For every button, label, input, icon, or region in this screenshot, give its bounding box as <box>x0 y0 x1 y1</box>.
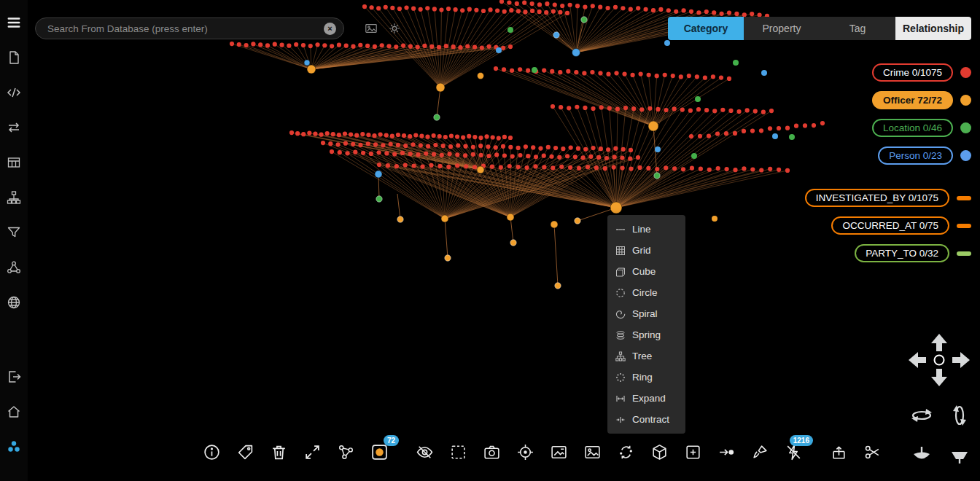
clear-search-icon[interactable]: × <box>324 23 336 35</box>
flash-off-button[interactable]: 1216 <box>783 442 804 462</box>
code-icon <box>7 85 21 100</box>
sidebar-home-button[interactable] <box>0 399 28 424</box>
paint-button[interactable] <box>750 442 770 462</box>
cut-button[interactable] <box>862 442 882 462</box>
menu-item-line[interactable]: Line <box>607 219 685 240</box>
tab-tag[interactable]: Tag <box>820 17 895 40</box>
image-select-icon <box>550 443 568 461</box>
filter-icon <box>7 225 21 240</box>
tab-category[interactable]: Category <box>668 17 744 40</box>
search-quick-actions <box>365 22 401 35</box>
image-button[interactable] <box>582 442 602 462</box>
pan-center-control[interactable] <box>935 356 944 365</box>
cube-view-button[interactable] <box>649 442 669 462</box>
pan-left-arrow[interactable] <box>909 352 926 368</box>
rotate-pitch-control[interactable] <box>953 405 966 426</box>
hierarchy-icon <box>7 190 21 205</box>
crime-pill: Crime 0/1075 <box>872 63 953 82</box>
legend-tabs: Category Property Tag Relationship <box>668 17 971 40</box>
tree-layout-icon <box>615 351 626 361</box>
sidebar-documents-button[interactable] <box>0 45 28 70</box>
gear-icon[interactable] <box>388 22 401 35</box>
shape-count-button[interactable]: 72 <box>369 442 389 462</box>
menu-item-expand[interactable]: Expand <box>607 388 685 409</box>
tag-button[interactable] <box>235 442 255 462</box>
menu-item-spiral-label: Spiral <box>632 308 658 319</box>
view-top-control[interactable] <box>952 452 968 464</box>
add-node-button[interactable] <box>682 442 703 462</box>
cube-icon <box>650 443 669 461</box>
network-icon <box>7 260 21 275</box>
sidebar-code-button[interactable] <box>0 80 28 105</box>
sidebar-globe-button[interactable] <box>0 290 28 315</box>
person-pill: Person 0/23 <box>878 146 953 165</box>
sidebar-cluster-button[interactable] <box>0 434 28 459</box>
pan-right-arrow[interactable] <box>952 352 970 368</box>
shape-count-badge: 72 <box>384 435 399 446</box>
layout-context-menu: Line Grid Cube Circle Spiral Spring Tree… <box>607 215 685 434</box>
image-select-button[interactable] <box>548 442 569 462</box>
legend-item-crime[interactable]: Crime 0/1075 <box>872 63 971 82</box>
sidebar-hierarchy-button[interactable] <box>0 185 28 210</box>
legend-item-party-to[interactable]: PARTY_TO 0/32 <box>855 244 971 262</box>
legend-item-person[interactable]: Person 0/23 <box>878 146 971 165</box>
legend-item-investigated-by[interactable]: INVESTIGATED_BY 0/1075 <box>805 189 971 207</box>
menu-item-circle[interactable]: Circle <box>607 282 685 303</box>
table-icon <box>7 155 21 170</box>
pan-up-arrow[interactable] <box>931 334 947 351</box>
focus-node-button[interactable] <box>716 442 736 462</box>
selection-button[interactable] <box>448 442 468 462</box>
hide-button[interactable] <box>414 442 435 462</box>
add-box-icon <box>684 443 702 461</box>
rotate-yaw-control[interactable] <box>911 409 932 422</box>
trash-icon <box>270 443 288 461</box>
left-sidebar <box>0 0 28 481</box>
search-input[interactable] <box>46 23 324 35</box>
occurred-at-dash-icon <box>957 224 971 228</box>
view-bottom-control[interactable] <box>914 447 930 459</box>
menu-item-spring-label: Spring <box>632 329 661 340</box>
menu-item-contract[interactable]: Contract <box>607 409 685 430</box>
tab-relationship[interactable]: Relationship <box>895 17 971 40</box>
fullscreen-button[interactable] <box>302 442 322 462</box>
cluster-icon <box>7 439 21 454</box>
screenshot-button[interactable] <box>481 442 502 462</box>
investigated-by-dash-icon <box>957 196 971 200</box>
image-icon[interactable] <box>365 22 378 35</box>
menu-item-spiral[interactable]: Spiral <box>607 303 685 324</box>
sidebar-logout-button[interactable] <box>0 364 28 389</box>
menu-item-cube[interactable]: Cube <box>607 261 685 282</box>
tab-property[interactable]: Property <box>744 17 820 40</box>
sync-nodes-button[interactable] <box>615 442 636 462</box>
delete-button[interactable] <box>268 442 289 462</box>
circle-layout-icon <box>615 288 626 298</box>
menu-item-tree[interactable]: Tree <box>607 345 685 367</box>
menu-item-grid[interactable]: Grid <box>607 240 685 261</box>
pan-down-arrow[interactable] <box>931 369 947 386</box>
menu-item-ring[interactable]: Ring <box>607 367 685 388</box>
export-button[interactable] <box>828 442 849 462</box>
party-to-dash-icon <box>957 251 971 256</box>
sidebar-menu-button[interactable] <box>0 10 28 35</box>
center-target-button[interactable] <box>515 442 535 462</box>
legend-item-location[interactable]: Location 0/46 <box>872 119 971 137</box>
legend-item-occurred-at[interactable]: OCCURRED_AT 0/75 <box>831 216 971 235</box>
sidebar-table-button[interactable] <box>0 150 28 175</box>
transfer-icon <box>7 120 21 135</box>
info-button[interactable] <box>201 442 222 462</box>
camera-nav-controls <box>904 329 977 481</box>
sidebar-filter-button[interactable] <box>0 220 28 245</box>
target-icon <box>516 443 534 461</box>
sidebar-transfer-button[interactable] <box>0 115 28 140</box>
legend-item-officer[interactable]: Officer 72/72 <box>872 91 971 109</box>
menu-item-expand-label: Expand <box>632 393 666 404</box>
camera-icon <box>483 443 501 461</box>
graph-nodes-button[interactable] <box>335 442 356 462</box>
spring-layout-icon <box>615 330 626 340</box>
party-to-pill: PARTY_TO 0/32 <box>855 244 949 262</box>
investigated-by-pill: INVESTIGATED_BY 0/1075 <box>805 189 949 207</box>
sidebar-network-button[interactable] <box>0 255 28 280</box>
spiral-layout-icon <box>615 309 626 319</box>
menu-item-spring[interactable]: Spring <box>607 324 685 345</box>
menu-item-circle-label: Circle <box>632 287 658 298</box>
